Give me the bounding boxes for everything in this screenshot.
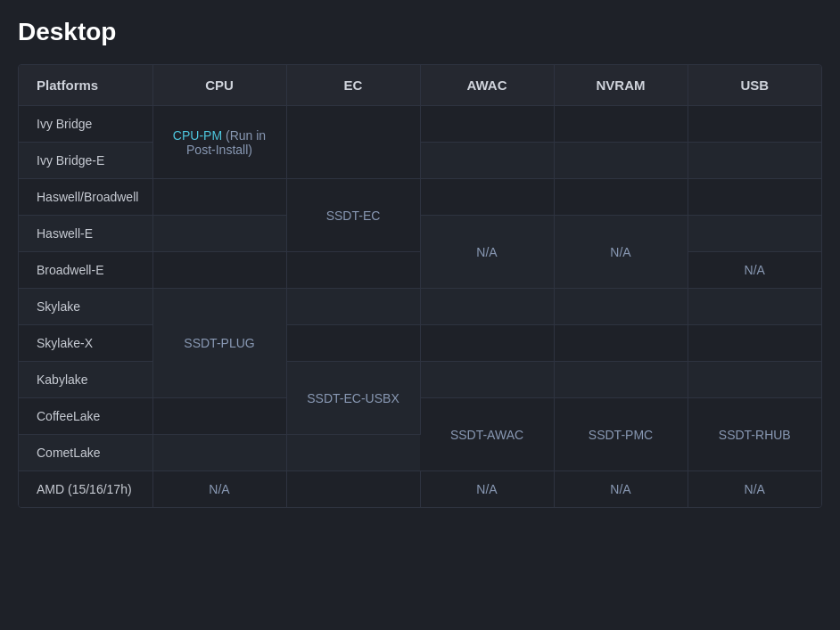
nvram-cell [554, 179, 688, 216]
table-row: Ivy Bridge CPU-PM (Run in Post-Install) [19, 106, 821, 143]
col-header-nvram: NVRAM [554, 65, 688, 106]
usb-cell: N/A [688, 252, 821, 289]
col-header-usb: USB [688, 65, 821, 106]
col-header-awac: AWAC [420, 65, 554, 106]
platform-cell: CometLake [19, 435, 152, 471]
cpu-cell [152, 435, 286, 471]
platform-cell: Skylake [19, 289, 152, 325]
cpu-cell [152, 179, 286, 216]
table-row: Haswell/Broadwell SSDT-EC [19, 179, 821, 216]
table-row: Skylake-X [19, 325, 821, 362]
cpu-cell [152, 216, 286, 252]
ec-cell [286, 106, 420, 179]
usb-cell [688, 216, 821, 252]
ec-cell [286, 471, 420, 508]
ec-cell [286, 435, 420, 471]
page-title: Desktop [18, 18, 822, 46]
cpu-cell: CPU-PM (Run in Post-Install) [152, 106, 286, 179]
col-header-ec: EC [286, 65, 420, 106]
nvram-cell [554, 325, 688, 362]
usb-cell [688, 143, 821, 179]
awac-cell [420, 106, 554, 143]
nvram-cell: N/A [554, 216, 688, 289]
table-row: Kabylake SSDT-EC-USBX [19, 362, 821, 398]
nvram-cell: SSDT-PMC [554, 398, 688, 471]
nvram-cell [554, 143, 688, 179]
cpu-cell: N/A [152, 471, 286, 508]
usb-cell: N/A [688, 471, 821, 508]
col-header-cpu: CPU [152, 65, 286, 106]
usb-cell [688, 289, 821, 325]
cpu-cell [152, 252, 286, 289]
ec-cell [286, 289, 420, 325]
table-row: Haswell-E N/A N/A [19, 216, 821, 252]
usb-cell [688, 325, 821, 362]
usb-cell [688, 106, 821, 143]
platform-cell: CoffeeLake [19, 398, 152, 435]
awac-cell [420, 362, 554, 398]
platform-cell: AMD (15/16/17h) [19, 471, 152, 508]
awac-cell [420, 179, 554, 216]
usb-cell [688, 362, 821, 398]
awac-cell [420, 289, 554, 325]
platform-cell: Haswell/Broadwell [19, 179, 152, 216]
awac-cell: SSDT-AWAC [420, 398, 554, 471]
cpu-cell: SSDT-PLUG [152, 289, 286, 398]
nvram-cell [554, 362, 688, 398]
platform-cell: Kabylake [19, 362, 152, 398]
platform-cell: Skylake-X [19, 325, 152, 362]
nvram-cell: N/A [554, 471, 688, 508]
ec-cell: SSDT-EC-USBX [286, 362, 420, 435]
platform-cell: Ivy Bridge [19, 106, 152, 143]
awac-cell: N/A [420, 471, 554, 508]
usb-cell: SSDT-RHUB [688, 398, 821, 471]
usb-cell [688, 179, 821, 216]
cpu-cell [152, 398, 286, 435]
desktop-table: Platforms CPU EC AWAC NVRAM USB Ivy Brid… [18, 64, 822, 508]
table-row: Ivy Bridge-E [19, 143, 821, 179]
awac-cell [420, 143, 554, 179]
table-row: AMD (15/16/17h) N/A N/A N/A N/A [19, 471, 821, 508]
awac-cell [420, 325, 554, 362]
nvram-cell [554, 106, 688, 143]
platform-cell: Haswell-E [19, 216, 152, 252]
col-header-platforms: Platforms [19, 65, 152, 106]
platform-cell: Broadwell-E [19, 252, 152, 289]
nvram-cell [554, 289, 688, 325]
table-row: Skylake SSDT-PLUG [19, 289, 821, 325]
ec-cell [286, 252, 420, 289]
ec-cell: SSDT-EC [286, 179, 420, 252]
awac-cell: N/A [420, 216, 554, 289]
table-row: CoffeeLake SSDT-AWAC SSDT-PMC SSDT-RHUB [19, 398, 821, 435]
ec-cell [286, 325, 420, 362]
platform-cell: Ivy Bridge-E [19, 143, 152, 179]
